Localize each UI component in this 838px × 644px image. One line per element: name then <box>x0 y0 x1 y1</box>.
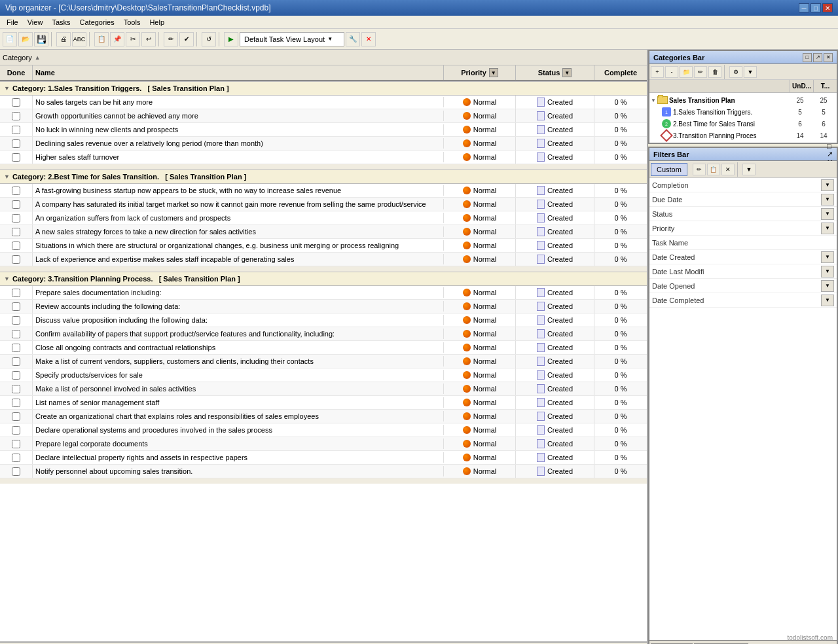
cut-button[interactable]: ✂ <box>126 32 140 46</box>
task-checkbox[interactable] <box>12 126 20 134</box>
task-checkbox[interactable] <box>12 302 20 311</box>
task-check[interactable] <box>0 423 33 437</box>
cat-bar-close-button[interactable]: ✕ <box>824 53 833 62</box>
task-check[interactable] <box>0 184 33 197</box>
menu-tools[interactable]: Tools <box>120 18 145 27</box>
task-check[interactable] <box>0 368 33 382</box>
task-checkbox[interactable] <box>12 228 20 236</box>
cat-tb-settings[interactable]: ⚙ <box>729 66 742 78</box>
task-check[interactable] <box>0 313 33 327</box>
cat-tb-down[interactable]: ▼ <box>744 66 757 78</box>
task-checkbox[interactable] <box>12 330 20 338</box>
cat-tree-item-1[interactable]: 1 1.Sales Transition Triggers. 5 5 <box>649 106 837 118</box>
filter-dropdown-status[interactable]: ▼ <box>821 208 834 220</box>
minimize-button[interactable]: ─ <box>799 3 809 12</box>
tb-btn-arrow[interactable]: ↺ <box>202 32 216 46</box>
tb-btn-x[interactable]: ✕ <box>361 32 376 46</box>
filter-tb-settings[interactable]: ▼ <box>742 164 756 175</box>
filter-dropdown-datecreated[interactable]: ▼ <box>821 251 834 263</box>
status-filter-icon[interactable]: ▼ <box>562 68 572 77</box>
task-check[interactable] <box>0 327 33 340</box>
cat-tree-item-2[interactable]: 2 2.Best Time for Sales Transi 6 6 <box>649 118 837 130</box>
task-checkbox[interactable] <box>12 153 20 162</box>
task-checkbox[interactable] <box>12 357 20 366</box>
task-check[interactable] <box>0 109 33 122</box>
task-check[interactable] <box>0 382 33 395</box>
restore-button[interactable]: □ <box>811 3 821 12</box>
task-check[interactable] <box>0 437 33 450</box>
task-checkbox[interactable] <box>12 316 20 325</box>
task-check[interactable] <box>0 123 33 136</box>
close-button[interactable]: ✕ <box>822 3 833 12</box>
task-check[interactable] <box>0 355 33 368</box>
layout-selector[interactable]: Default Task View Layout ▼ <box>240 32 344 46</box>
filter-tb-edit[interactable]: ✏ <box>693 164 706 175</box>
task-checkbox[interactable] <box>12 371 20 380</box>
task-checkbox[interactable] <box>12 112 20 120</box>
task-check[interactable] <box>0 253 33 266</box>
filter-bar-float-button[interactable]: ↗ <box>827 150 833 158</box>
menu-categories[interactable]: Categories <box>76 18 118 27</box>
cat-bar-float-button[interactable]: ↗ <box>813 53 822 62</box>
cat-tb-expand[interactable]: + <box>651 66 664 78</box>
task-checkbox[interactable] <box>12 344 20 352</box>
filter-dropdown-dateopened[interactable]: ▼ <box>821 280 834 292</box>
task-checkbox[interactable] <box>12 214 20 223</box>
filter-dropdown-priority[interactable]: ▼ <box>821 223 834 234</box>
filter-dropdown-datelastmod[interactable]: ▼ <box>821 266 834 277</box>
task-check[interactable] <box>0 286 33 299</box>
task-checkbox[interactable] <box>12 289 20 297</box>
copy-button[interactable]: 📋 <box>94 32 109 46</box>
priority-filter-icon[interactable]: ▼ <box>489 68 498 77</box>
cat-tb-collapse[interactable]: - <box>665 66 678 78</box>
task-checkbox[interactable] <box>12 200 20 209</box>
col-header-done[interactable]: Done <box>0 65 33 80</box>
category-row-3[interactable]: ▼ Category: 3.Transition Planning Proces… <box>0 272 647 286</box>
open-button[interactable]: 📂 <box>18 32 33 46</box>
task-checkbox[interactable] <box>12 385 20 393</box>
menu-view[interactable]: View <box>24 18 47 27</box>
cat-tb-delete[interactable]: 🗑 <box>708 66 721 78</box>
task-checkbox[interactable] <box>12 454 20 462</box>
task-check[interactable] <box>0 96 33 109</box>
tb-btn-pencil[interactable]: ✏ <box>164 32 178 46</box>
task-check[interactable] <box>0 341 33 354</box>
task-checkbox[interactable] <box>12 255 20 264</box>
print-button[interactable]: 🖨 <box>56 32 71 46</box>
task-checkbox[interactable] <box>12 139 20 148</box>
filter-dropdown-completion[interactable]: ▼ <box>821 179 834 191</box>
menu-tasks[interactable]: Tasks <box>48 18 74 27</box>
filter-dropdown-datecompleted[interactable]: ▼ <box>821 295 834 306</box>
task-check[interactable] <box>0 300 33 313</box>
task-check[interactable] <box>0 151 33 164</box>
filter-tb-delete[interactable]: ✕ <box>721 164 735 175</box>
col-header-complete[interactable]: Complete <box>594 65 647 80</box>
task-check[interactable] <box>0 396 33 409</box>
task-check[interactable] <box>0 198 33 211</box>
paste-button[interactable]: 📌 <box>110 32 124 46</box>
menu-help[interactable]: Help <box>145 18 168 27</box>
task-check[interactable] <box>0 465 33 478</box>
task-check[interactable] <box>0 137 33 150</box>
task-check[interactable] <box>0 225 33 238</box>
task-checkbox[interactable] <box>12 98 20 107</box>
task-checkbox[interactable] <box>12 399 20 407</box>
cat-bar-pin-button[interactable]: □ <box>803 53 812 62</box>
col-header-priority[interactable]: Priority ▼ <box>444 65 516 80</box>
tb-btn-refresh[interactable]: 🔧 <box>346 32 360 46</box>
filter-tb-copy[interactable]: 📋 <box>707 164 720 175</box>
save-button[interactable]: 💾 ▼ <box>34 32 48 46</box>
filter-bar-pin-button[interactable]: □ <box>827 142 833 150</box>
undo-button[interactable]: ↩ <box>141 32 156 46</box>
task-check[interactable] <box>0 410 33 423</box>
col-header-name[interactable]: Name <box>33 65 444 80</box>
category-row-2[interactable]: ▼ Category: 2.Best Time for Sales Transi… <box>0 170 647 184</box>
task-checkbox[interactable] <box>12 426 20 435</box>
tb-btn-green[interactable]: ▶ <box>224 32 238 46</box>
tb-btn-2[interactable]: ABC <box>72 32 86 46</box>
cat-tree-root[interactable]: ▼ Sales Transition Plan 25 25 <box>649 94 837 106</box>
col-header-status[interactable]: Status ▼ <box>516 65 594 80</box>
task-check[interactable] <box>0 239 33 252</box>
filter-custom-button[interactable]: Custom <box>651 163 687 176</box>
task-check[interactable] <box>0 451 33 464</box>
